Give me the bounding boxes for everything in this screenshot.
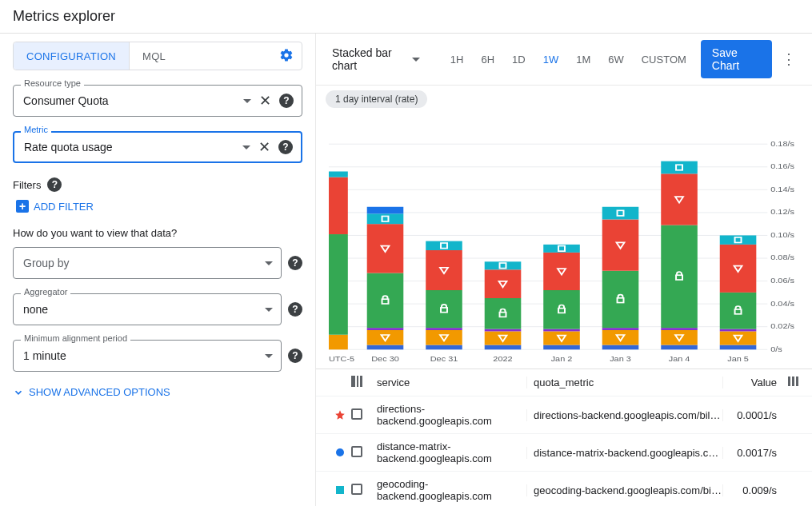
- svg-rect-48: [485, 269, 522, 298]
- svg-rect-90: [357, 376, 358, 387]
- more-icon[interactable]: ⋮: [775, 50, 802, 68]
- tab-mql[interactable]: MQL: [129, 42, 178, 70]
- svg-rect-63: [602, 328, 639, 330]
- time-range-1h[interactable]: 1H: [442, 49, 472, 70]
- svg-rect-79: [720, 345, 757, 350]
- time-range-6h[interactable]: 6H: [473, 49, 502, 70]
- legend-service: distance-matrix-backend.googleapis.com: [374, 440, 526, 464]
- svg-rect-80: [720, 331, 757, 345]
- time-range-1w[interactable]: 1W: [535, 49, 567, 70]
- main-panel: Stacked bar chart 1H6H1D1W1M6WCUSTOM Sav…: [316, 34, 812, 506]
- legend-header-service[interactable]: service: [374, 377, 526, 388]
- time-range-custom[interactable]: CUSTOM: [634, 49, 694, 70]
- resource-type-field[interactable]: Resource type Consumer Quota ✕ ?: [13, 85, 302, 117]
- time-range-1d[interactable]: 1D: [504, 49, 534, 70]
- min-alignment-value: 1 minute: [23, 349, 260, 362]
- svg-rect-44: [485, 331, 522, 345]
- min-alignment-field[interactable]: Minimum alignment period 1 minute: [13, 340, 282, 372]
- legend-value: 0.009/s: [722, 484, 780, 496]
- legend-checkbox[interactable]: [351, 446, 362, 457]
- metric-field[interactable]: Metric Rate quota usage ✕ ?: [13, 131, 302, 163]
- legend-header-value[interactable]: Value: [722, 377, 780, 388]
- svg-text:2022: 2022: [493, 355, 513, 363]
- help-icon[interactable]: ?: [278, 140, 293, 154]
- svg-rect-26: [367, 328, 404, 330]
- svg-rect-46: [485, 298, 522, 329]
- legend-row[interactable]: distance-matrix-backend.googleapis.comdi…: [316, 433, 812, 471]
- svg-text:Jan 3: Jan 3: [610, 355, 631, 363]
- svg-text:0.06/s: 0.06/s: [770, 277, 794, 285]
- svg-rect-39: [426, 250, 462, 290]
- svg-rect-27: [367, 273, 404, 329]
- time-range-1m[interactable]: 1M: [568, 49, 598, 70]
- legend-service: geocoding-backend.googleapis.com: [374, 478, 526, 502]
- help-icon[interactable]: ?: [47, 177, 62, 192]
- svg-rect-73: [661, 225, 698, 329]
- clear-icon[interactable]: ✕: [256, 92, 274, 110]
- svg-rect-55: [543, 290, 580, 329]
- svg-rect-25: [367, 330, 404, 345]
- help-icon[interactable]: ?: [279, 94, 294, 108]
- resource-type-label: Resource type: [21, 78, 84, 88]
- chevron-down-icon[interactable]: [242, 145, 250, 149]
- svg-text:Dec 31: Dec 31: [430, 355, 458, 363]
- chart-type-select[interactable]: Stacked bar chart: [326, 46, 426, 72]
- svg-rect-67: [602, 207, 639, 220]
- svg-text:0.18/s: 0.18/s: [770, 140, 794, 148]
- save-chart-button[interactable]: Save Chart: [701, 40, 772, 78]
- svg-text:0.16/s: 0.16/s: [770, 162, 794, 170]
- svg-text:0.10/s: 0.10/s: [770, 231, 794, 239]
- filters-label: Filters ?: [13, 177, 302, 192]
- svg-rect-23: [329, 171, 348, 177]
- legend-checkbox[interactable]: [351, 408, 362, 420]
- tab-configuration[interactable]: CONFIGURATION: [14, 42, 129, 70]
- time-range-6w[interactable]: 6W: [600, 49, 632, 70]
- svg-rect-94: [796, 377, 798, 386]
- svg-text:0.08/s: 0.08/s: [770, 253, 794, 261]
- aggregator-field[interactable]: Aggregator none: [13, 293, 282, 325]
- svg-rect-66: [602, 219, 639, 270]
- chevron-down-icon[interactable]: [243, 99, 251, 103]
- svg-rect-34: [426, 345, 462, 350]
- chart[interactable]: 0/s0.02/s0.04/s0.06/s0.08/s0.10/s0.12/s0…: [316, 113, 812, 369]
- svg-text:0.02/s: 0.02/s: [770, 322, 794, 330]
- help-icon[interactable]: ?: [288, 349, 302, 363]
- gear-icon[interactable]: [271, 48, 302, 65]
- legend-header-quota-metric[interactable]: quota_metric: [526, 377, 722, 388]
- chevron-down-icon[interactable]: [265, 354, 273, 358]
- help-icon[interactable]: ?: [288, 302, 302, 317]
- svg-text:0.04/s: 0.04/s: [770, 299, 794, 307]
- svg-rect-93: [792, 377, 794, 386]
- legend-row[interactable]: directions-backend.googleapis.comdirecti…: [316, 396, 812, 433]
- svg-rect-92: [788, 377, 790, 386]
- chevron-down-icon[interactable]: [265, 308, 273, 312]
- min-alignment-label: Minimum alignment period: [21, 333, 130, 343]
- svg-text:Dec 30: Dec 30: [371, 355, 399, 363]
- svg-text:0.14/s: 0.14/s: [770, 185, 794, 193]
- interval-chip[interactable]: 1 day interval (rate): [326, 90, 427, 108]
- legend-marker: [329, 485, 351, 495]
- resource-type-value: Consumer Quota: [23, 94, 238, 107]
- legend-row[interactable]: geocoding-backend.googleapis.comgeocodin…: [316, 471, 812, 506]
- svg-rect-75: [661, 173, 698, 225]
- clear-icon[interactable]: ✕: [255, 138, 274, 156]
- svg-rect-57: [543, 253, 580, 290]
- svg-rect-76: [661, 161, 698, 174]
- chevron-down-icon[interactable]: [265, 261, 273, 265]
- group-by-placeholder: Group by: [23, 257, 260, 269]
- view-question: How do you want to view that data?: [13, 227, 302, 239]
- legend-checkbox[interactable]: [351, 484, 362, 495]
- group-by-field[interactable]: Group by: [13, 247, 282, 279]
- svg-rect-22: [329, 177, 348, 234]
- column-picker-icon[interactable]: [780, 377, 799, 388]
- legend-quota-metric: directions-backend.googleapis.com/billab…: [526, 409, 722, 421]
- show-advanced-options[interactable]: SHOW ADVANCED OPTIONS: [13, 386, 302, 398]
- help-icon[interactable]: ?: [288, 256, 302, 270]
- config-tabs: CONFIGURATION MQL: [13, 42, 302, 70]
- svg-point-95: [336, 448, 344, 456]
- svg-rect-45: [485, 329, 522, 332]
- legend-service: directions-backend.googleapis.com: [374, 403, 526, 427]
- legend-value: 0.0017/s: [722, 447, 780, 459]
- legend-quota-metric: geocoding-backend.googleapis.com/billab: [526, 484, 722, 496]
- add-filter-button[interactable]: + ADD FILTER: [13, 200, 302, 213]
